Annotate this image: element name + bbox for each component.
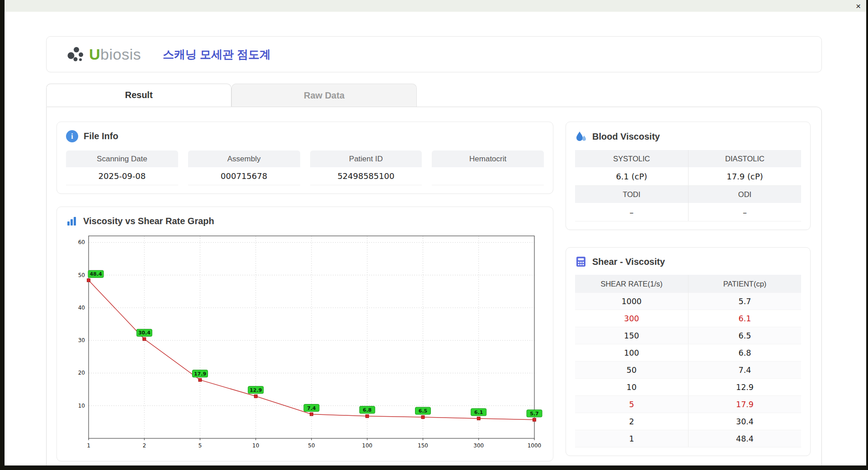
shear-viscosity-table: SHEAR RATE(1/s) PATIENT(cp) 1000 5.7 300… — [575, 275, 801, 447]
todi-value: – — [575, 203, 688, 221]
info-icon: i — [66, 130, 78, 142]
odi-label: ODI — [688, 186, 801, 203]
table-row: 50 7.4 — [575, 362, 801, 379]
cell-patient: 5.7 — [688, 293, 801, 310]
logo-text-u: U — [89, 46, 100, 63]
svg-text:2: 2 — [142, 442, 146, 449]
logo-text-rest: biosis — [100, 46, 141, 63]
table-row: 1000 5.7 — [575, 293, 801, 310]
cell-rate: 50 — [575, 362, 688, 378]
blood-viscosity-title: Blood Viscosity — [592, 132, 660, 142]
table-row: 1 48.4 — [575, 430, 801, 447]
cell-rate: 5 — [575, 396, 688, 413]
viscosity-chart: 1020304050601251050100150300100048.430.4… — [66, 231, 544, 453]
tab-result[interactable]: Result — [46, 84, 231, 107]
svg-text:48.4: 48.4 — [90, 271, 102, 277]
calculator-icon — [575, 256, 587, 268]
cell-rate: 2 — [575, 413, 688, 430]
shear-viscosity-card: Shear - Viscosity SHEAR RATE(1/s) PATIEN… — [566, 247, 811, 456]
svg-text:100: 100 — [362, 442, 373, 449]
logo-text: Ubiosis — [89, 46, 141, 63]
table-header: SHEAR RATE(1/s) PATIENT(cp) — [575, 275, 801, 293]
tab-raw-data[interactable]: Raw Data — [231, 84, 417, 107]
left-column: i File Info Scanning Date 2025-09-08 Ass… — [57, 122, 553, 461]
field-patient-id: Patient ID 52498585100 — [310, 150, 422, 185]
field-hematocrit: Hematocrit — [432, 150, 544, 185]
cell-patient: 48.4 — [688, 430, 801, 447]
tab-bar: Result Raw Data — [46, 84, 822, 107]
cell-rate: 300 — [575, 310, 688, 327]
table-row: 100 6.8 — [575, 344, 801, 362]
cell-rate: 150 — [575, 327, 688, 344]
cell-patient: 6.8 — [688, 344, 801, 361]
field-value: 2025-09-08 — [66, 167, 178, 185]
field-label: Hematocrit — [432, 150, 544, 167]
field-value: 52498585100 — [310, 167, 422, 185]
droplets-icon — [575, 130, 587, 143]
header-card: Ubiosis 스캐닝 모세관 점도계 — [46, 36, 822, 72]
svg-text:10: 10 — [78, 403, 85, 409]
svg-text:1000: 1000 — [528, 442, 542, 449]
blood-viscosity-card: Blood Viscosity SYSTOLIC DIASTOLIC 6.1 (… — [566, 122, 811, 230]
cell-patient: 30.4 — [688, 413, 801, 430]
cell-patient: 6.1 — [688, 310, 801, 327]
app-window: × Ubiosis 스캐닝 모세관 점도계 Result Raw Data — [5, 0, 866, 465]
svg-text:50: 50 — [78, 272, 85, 278]
cell-rate: 100 — [575, 344, 688, 361]
cell-patient: 7.4 — [688, 362, 801, 378]
table-row: 10 12.9 — [575, 379, 801, 396]
systolic-label: SYSTOLIC — [575, 150, 688, 167]
svg-text:5: 5 — [198, 442, 202, 449]
ubiosis-logo: Ubiosis — [66, 44, 141, 65]
svg-text:10: 10 — [252, 442, 259, 449]
cell-patient: 12.9 — [688, 379, 801, 395]
cell-rate: 10 — [575, 379, 688, 395]
field-label: Scanning Date — [66, 150, 178, 167]
close-icon[interactable]: × — [856, 2, 861, 10]
svg-text:6.8: 6.8 — [363, 407, 372, 413]
blood-viscosity-table: SYSTOLIC DIASTOLIC 6.1 (cP) 17.9 (cP) TO… — [575, 150, 801, 221]
svg-text:40: 40 — [78, 305, 85, 311]
field-assembly: Assembly 000715678 — [188, 150, 300, 185]
svg-text:30: 30 — [78, 337, 85, 343]
table-row: 300 6.1 — [575, 310, 801, 327]
file-info-title: File Info — [84, 131, 118, 141]
systolic-value: 6.1 (cP) — [575, 167, 688, 185]
logo-dots-icon — [66, 44, 86, 65]
svg-text:17.9: 17.9 — [194, 371, 206, 377]
svg-text:5.7: 5.7 — [530, 411, 539, 417]
svg-text:300: 300 — [473, 442, 484, 449]
page-title: 스캐닝 모세관 점도계 — [163, 47, 271, 62]
field-label: Assembly — [188, 150, 300, 167]
diastolic-value: 17.9 (cP) — [688, 167, 801, 185]
svg-text:6.5: 6.5 — [419, 408, 428, 414]
svg-text:50: 50 — [308, 442, 315, 449]
table-row: 2 30.4 — [575, 413, 801, 430]
cell-patient: 6.5 — [688, 327, 801, 344]
file-info-card: i File Info Scanning Date 2025-09-08 Ass… — [57, 122, 553, 194]
todi-label: TODI — [575, 186, 688, 203]
svg-text:1: 1 — [87, 442, 90, 449]
svg-text:20: 20 — [78, 370, 85, 376]
table-row: 5 17.9 — [575, 396, 801, 413]
diastolic-label: DIASTOLIC — [688, 150, 801, 167]
col-patient: PATIENT(cp) — [688, 275, 801, 293]
graph-card: Viscosity vs Shear Rate Graph 1020304050… — [57, 207, 553, 461]
cell-patient: 17.9 — [688, 396, 801, 413]
shear-viscosity-title: Shear - Viscosity — [592, 257, 665, 267]
table-row: 150 6.5 — [575, 327, 801, 344]
svg-text:150: 150 — [418, 442, 428, 449]
svg-text:6.1: 6.1 — [474, 409, 483, 415]
col-shear-rate: SHEAR RATE(1/s) — [575, 275, 688, 293]
svg-text:60: 60 — [78, 239, 85, 245]
page-content: Ubiosis 스캐닝 모세관 점도계 Result Raw Data i Fi… — [5, 12, 866, 465]
field-scanning-date: Scanning Date 2025-09-08 — [66, 150, 178, 185]
field-value — [432, 167, 544, 185]
chart-svg: 1020304050601251050100150300100048.430.4… — [70, 231, 540, 451]
result-panel: i File Info Scanning Date 2025-09-08 Ass… — [46, 107, 822, 465]
field-value: 000715678 — [188, 167, 300, 185]
graph-title: Viscosity vs Shear Rate Graph — [83, 216, 214, 226]
right-column: Blood Viscosity SYSTOLIC DIASTOLIC 6.1 (… — [566, 122, 811, 461]
cell-rate: 1000 — [575, 293, 688, 310]
svg-text:30.4: 30.4 — [138, 330, 151, 336]
